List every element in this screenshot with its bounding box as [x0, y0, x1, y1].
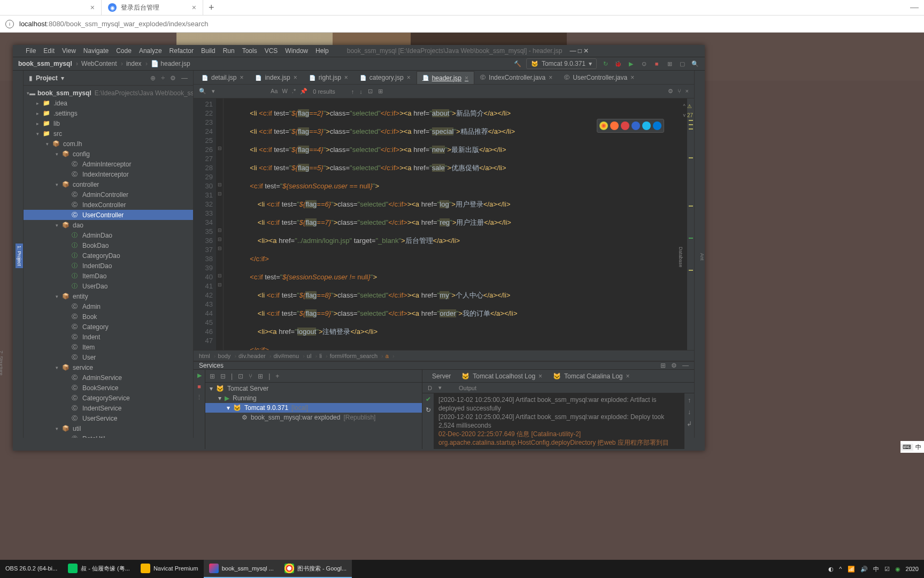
close-icon[interactable]: × [626, 372, 630, 380]
browser-tab-2[interactable]: ◉ 登录后台管理 × [102, 0, 203, 16]
expand-icon[interactable]: ⊞ [210, 372, 215, 380]
editor-tab[interactable]: 📄category.jsp× [354, 71, 417, 84]
close-icon[interactable]: × [294, 74, 297, 81]
volume-icon[interactable]: 🔊 [860, 566, 868, 573]
close-icon[interactable]: × [630, 74, 634, 81]
close-icon[interactable]: × [538, 372, 542, 380]
breadcrumb[interactable]: book_ssm_mysql [18, 60, 78, 67]
close-icon[interactable]: × [407, 74, 411, 81]
menu-vcs[interactable]: VCS [265, 47, 278, 55]
clock[interactable]: 2020 [906, 566, 919, 572]
run-icon[interactable]: ▶ [197, 372, 202, 379]
info-icon[interactable]: i [5, 20, 14, 28]
wifi-icon[interactable]: 📶 [848, 566, 855, 573]
tray-icon[interactable]: ◐ [828, 566, 834, 573]
taskbar-item-music[interactable]: 叔 - 仙履奇缘 (粤... [63, 560, 135, 578]
browser-tab-1[interactable]: × [0, 0, 102, 16]
pin-icon[interactable]: 📌 [300, 88, 307, 95]
crumb[interactable]: html [199, 353, 216, 359]
crumb[interactable]: div.header [238, 353, 271, 359]
menu-analyze[interactable]: Analyze [139, 47, 162, 55]
chevron-down-icon[interactable]: ▾ [61, 74, 64, 82]
close-icon[interactable]: ✕ [583, 47, 589, 55]
build-icon[interactable]: 🔨 [513, 59, 522, 68]
add-selection-icon[interactable]: ⊞ [378, 88, 383, 95]
menu-edit[interactable]: Edit [43, 47, 55, 55]
project-tool-tab[interactable]: 1: Project [16, 244, 23, 268]
editor-marker-strip[interactable]: ⚠ 27 ^ v [687, 98, 694, 350]
structure-tool-tab[interactable]: 7: Structure [0, 348, 5, 378]
localhost-log-tab[interactable]: 🐱Tomcat Localhost Log× [457, 371, 546, 381]
coverage-icon[interactable]: ▶ [627, 59, 635, 68]
editor-tab[interactable]: 📄index.jsp× [249, 71, 303, 84]
fold-gutter[interactable]: ⊟⊟⊟⊟⊟⊟⊟⊟ [216, 98, 224, 350]
target-icon[interactable]: ⊕ [150, 74, 156, 82]
search-icon[interactable]: 🔍 [199, 88, 206, 95]
collapse-icon[interactable]: ⊟ [220, 372, 226, 380]
taskbar-item-chrome[interactable]: 图书搜索 - Googl... [279, 560, 352, 578]
tray-icon[interactable]: ◉ [895, 566, 900, 573]
taskbar-item-obs[interactable]: OBS 26.0.2 (64-bi... [0, 560, 63, 578]
layout-icon[interactable]: ⊞ [660, 362, 666, 369]
crumb[interactable]: body [218, 353, 237, 359]
catalina-log-tab[interactable]: 🐱Tomcat Catalina Log× [549, 371, 634, 381]
menu-help[interactable]: Help [315, 47, 329, 55]
menu-window[interactable]: Window [285, 47, 308, 55]
services-tree[interactable]: ▾🐱Tomcat Server ▾▶Running ▾🐱Tomcat 9.0.3… [205, 383, 422, 449]
ie-icon[interactable] [642, 121, 651, 130]
stop-icon[interactable]: ■ [652, 59, 661, 68]
project-tree[interactable]: ▾▬book_ssm_mysqlE:\IdeaProjects\Java Web… [24, 86, 193, 438]
chrome-icon[interactable] [599, 121, 608, 130]
group-icon[interactable]: ⊡ [238, 372, 243, 380]
menu-run[interactable]: Run [223, 47, 235, 55]
tray-icon[interactable]: ☑ [884, 566, 890, 573]
editor-tab[interactable]: 📄detail.jsp× [196, 71, 249, 84]
hide-icon[interactable]: — [682, 362, 689, 369]
crumb[interactable]: form#form_search [330, 353, 383, 359]
hide-icon[interactable]: — [181, 74, 188, 82]
tree-icon[interactable]: ⊞ [258, 372, 263, 380]
editor-tab[interactable]: ⒸUserController.java× [558, 71, 640, 84]
scroll-icon[interactable]: ↻ [426, 406, 431, 414]
tray-icon[interactable]: ^ [839, 566, 842, 572]
minimize-icon[interactable]: — [569, 47, 576, 55]
code-content[interactable]: <li <c:if test="${flag==2}">class="selec… [224, 98, 687, 350]
stop-icon[interactable]: ■ [197, 383, 201, 390]
filter-icon[interactable]: ⑂ [677, 88, 681, 95]
menu-build[interactable]: Build [201, 47, 215, 55]
new-tab-button[interactable]: + [203, 2, 220, 13]
edge-icon[interactable] [653, 121, 661, 130]
menu-file[interactable]: File [26, 47, 36, 55]
crumb-active[interactable]: a [386, 353, 395, 359]
system-tray[interactable]: ◐ ^ 📶 🔊 中 ☑ ◉ 2020 [828, 565, 924, 573]
address-bar[interactable]: i localhost:8080/book_ssm_mysql_war_expl… [0, 16, 924, 33]
breadcrumb[interactable]: WebContent [81, 60, 123, 67]
warning-count[interactable]: ⚠ 27 [687, 102, 694, 120]
collapse-icon[interactable]: ÷ [161, 74, 165, 82]
filter-icon[interactable]: ⑂ [249, 372, 252, 380]
up-icon[interactable]: ↑ [688, 397, 691, 404]
project-header[interactable]: Project [36, 74, 58, 82]
firefox-icon[interactable] [610, 121, 619, 130]
update-icon[interactable]: ⊞ [665, 59, 674, 68]
editor-tab-active[interactable]: 📄header.jsp× [417, 71, 474, 84]
down-icon[interactable]: ↓ [688, 408, 691, 416]
menu-navigate[interactable]: Navigate [83, 47, 109, 55]
prev-icon[interactable]: ↑ [351, 88, 355, 95]
crumb[interactable]: div#menu [273, 353, 304, 359]
server-tab[interactable]: Server [428, 371, 455, 381]
menu-view[interactable]: View [62, 47, 76, 55]
editor-tab[interactable]: ⒸIndexController.java× [474, 71, 558, 84]
more-icon[interactable]: ⋮ [196, 394, 202, 401]
run-config-selector[interactable]: 🐱 Tomcat 9.0.371 ▾ [526, 58, 597, 69]
gear-icon[interactable]: ⚙ [671, 362, 677, 369]
regex-icon[interactable]: .* [292, 88, 296, 95]
lang-indicator[interactable]: 中 [873, 565, 879, 573]
close-icon[interactable]: × [90, 3, 95, 12]
close-icon[interactable]: × [549, 74, 552, 81]
menu-tools[interactable]: Tools [242, 47, 257, 55]
wrap-icon[interactable]: ↲ [687, 420, 692, 428]
safari-icon[interactable] [632, 121, 640, 130]
maximize-icon[interactable]: □ [578, 47, 582, 55]
close-icon[interactable]: × [192, 3, 196, 12]
